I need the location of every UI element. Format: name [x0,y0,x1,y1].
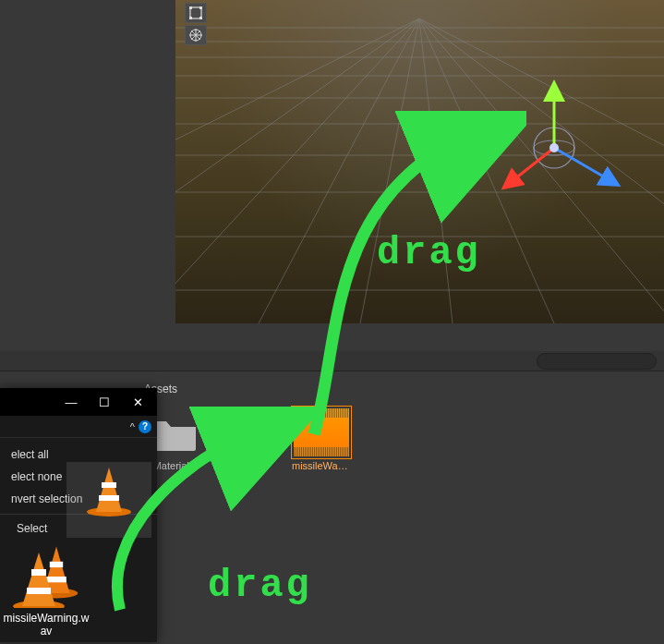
transform-gizmo-icon [188,28,203,43]
svg-line-11 [175,18,419,323]
rect-tool-button[interactable] [185,3,207,23]
svg-line-10 [175,18,419,323]
project-panel: Assets Materials Scenes missileWarn... [129,371,664,644]
window-maximize-button[interactable]: ☐ [89,390,120,414]
axis-z[interactable] [554,148,611,181]
svg-rect-22 [199,6,202,9]
asset-label: Scenes [218,460,277,471]
explorer-titlebar[interactable]: — ☐ ✕ [0,388,157,416]
vlc-cone-icon [81,466,137,517]
folder-icon [220,408,275,456]
ribbon-collapse-icon[interactable]: ^ [130,421,135,432]
explorer-ribbon: ^ ? [0,416,157,438]
asset-audio-missilewarning[interactable]: missileWarn... [292,408,351,471]
scene-toolbar [185,3,211,47]
project-breadcrumb[interactable]: Assets [144,383,649,395]
svg-line-13 [259,18,419,323]
svg-line-14 [360,18,419,323]
svg-line-15 [419,18,453,323]
asset-folder-scenes[interactable]: Scenes [218,408,277,471]
asset-label: missileWarn... [292,460,351,471]
svg-rect-21 [189,6,192,9]
gizmo-origin[interactable] [549,143,559,152]
hierarchy-panel [0,0,175,351]
help-icon[interactable]: ? [139,420,151,433]
svg-rect-31 [102,482,116,488]
transform-gizmo-button[interactable] [185,25,207,45]
svg-line-12 [175,18,419,323]
axis-x[interactable] [510,148,554,183]
svg-rect-24 [199,17,202,19]
window-minimize-button[interactable]: — [55,390,87,414]
svg-rect-35 [46,577,66,582]
rect-tool-icon [188,6,203,20]
drag-ghost [66,462,151,538]
explorer-file-missilewarning[interactable]: missileWarning.wav [2,545,91,638]
svg-rect-23 [189,17,192,19]
asset-grid: Materials Scenes missileWarn... [144,408,649,471]
scene-gizmo[interactable] [499,83,637,203]
explorer-file-label: missileWarning.wav [2,612,91,638]
project-search-input[interactable] [537,353,657,370]
svg-rect-32 [99,495,119,501]
svg-rect-34 [50,562,63,567]
svg-rect-38 [27,588,51,594]
audio-waveform-icon [294,408,349,456]
vlc-cone-icon [9,545,83,608]
svg-rect-37 [31,569,46,576]
window-close-button[interactable]: ✕ [122,390,153,414]
